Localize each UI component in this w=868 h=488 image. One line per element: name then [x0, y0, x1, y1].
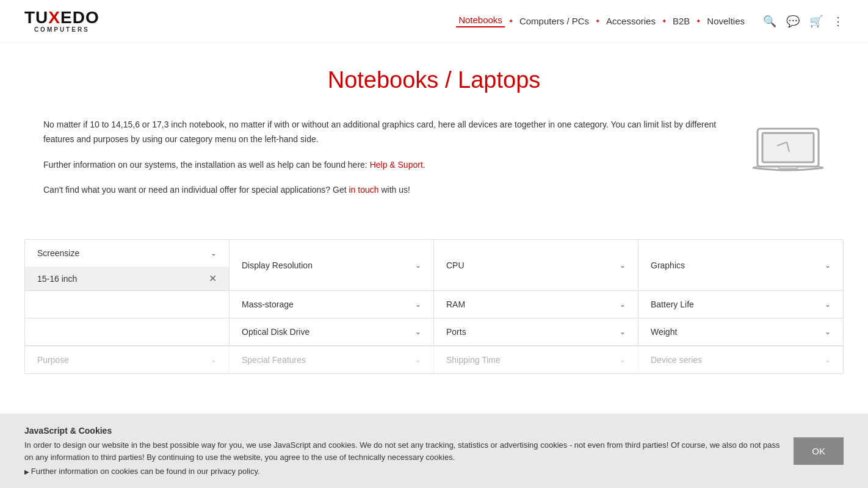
optical-disk-chevron: ⌄	[415, 328, 421, 336]
graphics-chevron: ⌄	[825, 261, 831, 270]
cpu-chevron: ⌄	[620, 261, 626, 270]
shipping-time-dropdown[interactable]: Shipping Time ⌄	[434, 346, 638, 373]
battery-life-label: Battery Life	[651, 300, 694, 309]
nav-dot-4: ✦	[696, 18, 701, 24]
menu-icon[interactable]: ⋮	[833, 15, 844, 28]
main-nav: Notebooks ✦ Computers / PCs ✦ Accessorie…	[456, 15, 844, 28]
battery-life-chevron: ⌄	[825, 300, 831, 309]
cart-icon[interactable]: 🛒	[809, 15, 823, 28]
main-content: Notebooks / Laptops No matter if 10 to 1…	[19, 43, 849, 209]
filter-row-1: Screensize ⌄ 15-16 inch ✕ Display Resolu…	[25, 240, 843, 291]
help-link[interactable]: Help & Suport	[370, 160, 423, 170]
screensize-selected: 15-16 inch ✕	[25, 267, 230, 290]
search-icon[interactable]: 🔍	[763, 15, 776, 28]
desc-para-1: No matter if 10 to 14,15,6 or 17,3 inch …	[43, 118, 739, 147]
nav-b2b[interactable]: B2B	[670, 16, 692, 26]
weight-chevron: ⌄	[825, 328, 831, 336]
display-resolution-dropdown[interactable]: Display Resolution ⌄	[230, 240, 434, 290]
special-features-label: Special Features	[242, 355, 306, 365]
nav-dot-2: ✦	[595, 18, 600, 24]
device-series-label: Device series	[651, 355, 702, 365]
svg-rect-6	[779, 167, 797, 169]
filter-section: Screensize ⌄ 15-16 inch ✕ Display Resolu…	[24, 239, 844, 374]
hero-section: No matter if 10 to 14,15,6 or 17,3 inch …	[43, 118, 825, 209]
description: No matter if 10 to 14,15,6 or 17,3 inch …	[43, 118, 739, 209]
optical-disk-label: Optical Disk Drive	[242, 327, 309, 337]
ram-dropdown[interactable]: RAM ⌄	[434, 291, 638, 318]
logo-text: TUXEDO	[24, 9, 99, 26]
device-series-chevron: ⌄	[825, 356, 831, 364]
cpu-dropdown[interactable]: CPU ⌄	[434, 240, 638, 290]
weight-dropdown[interactable]: Weight ⌄	[638, 318, 843, 345]
filter-row-3: Optical Disk Drive ⌄ Ports ⌄ Weight ⌄	[25, 318, 843, 346]
special-features-dropdown[interactable]: Special Features ⌄	[230, 346, 434, 373]
laptop-illustration	[751, 124, 825, 181]
logo-subtext: COMPUTERS	[34, 26, 90, 33]
screensize-empty	[25, 291, 230, 318]
chat-icon[interactable]: 💬	[786, 15, 800, 28]
header: TUXEDO COMPUTERS Notebooks ✦ Computers /…	[0, 0, 868, 43]
ram-label: RAM	[446, 300, 465, 309]
contact-link[interactable]: in touch	[349, 185, 379, 195]
screensize-label: Screensize	[37, 248, 79, 258]
page-title: Notebooks / Laptops	[43, 67, 825, 93]
mass-storage-chevron: ⌄	[415, 300, 421, 309]
ports-dropdown[interactable]: Ports ⌄	[434, 318, 638, 345]
screensize-clear[interactable]: ✕	[209, 273, 217, 284]
device-series-dropdown[interactable]: Device series ⌄	[638, 346, 843, 373]
logo[interactable]: TUXEDO COMPUTERS	[24, 9, 99, 33]
screensize-chevron: ⌄	[211, 249, 217, 257]
nav-novelties[interactable]: Novelties	[704, 16, 747, 26]
screensize-empty-2	[25, 318, 230, 345]
screensize-dropdown[interactable]: Screensize ⌄	[25, 240, 230, 267]
optical-disk-dropdown[interactable]: Optical Disk Drive ⌄	[230, 318, 434, 345]
purpose-dropdown[interactable]: Purpose ⌄	[25, 346, 230, 373]
nav-icons: 🔍 💬 🛒 ⋮	[763, 15, 844, 28]
special-features-chevron: ⌄	[415, 356, 421, 364]
desc-contact-text: Can't find what you want or need an indi…	[43, 185, 349, 195]
filter-row-2: Mass-storage ⌄ RAM ⌄ Battery Life ⌄	[25, 291, 843, 318]
nav-dot-1: ✦	[508, 18, 513, 24]
shipping-time-chevron: ⌄	[620, 356, 626, 364]
desc-help-text: Further information on our systems, the …	[43, 160, 370, 170]
ports-label: Ports	[446, 327, 466, 337]
desc-para-2: Further information on our systems, the …	[43, 158, 739, 173]
mass-storage-dropdown[interactable]: Mass-storage ⌄	[230, 291, 434, 318]
filter-row-4: Purpose ⌄ Special Features ⌄ Shipping Ti…	[25, 346, 843, 373]
battery-life-dropdown[interactable]: Battery Life ⌄	[638, 291, 843, 318]
filter-col-screensize: Screensize ⌄ 15-16 inch ✕	[25, 240, 230, 290]
purpose-label: Purpose	[37, 355, 69, 365]
desc-contact-end: with us!	[381, 185, 410, 195]
display-resolution-label: Display Resolution	[242, 260, 313, 270]
ram-chevron: ⌄	[620, 300, 626, 309]
nav-notebooks[interactable]: Notebooks	[456, 15, 505, 27]
ports-chevron: ⌄	[620, 328, 626, 336]
weight-label: Weight	[651, 327, 677, 337]
graphics-label: Graphics	[651, 260, 685, 270]
cpu-label: CPU	[446, 260, 465, 270]
graphics-dropdown[interactable]: Graphics ⌄	[638, 240, 843, 290]
purpose-chevron: ⌄	[211, 356, 217, 364]
desc-para-3: Can't find what you want or need an indi…	[43, 183, 739, 198]
shipping-time-label: Shipping Time	[446, 355, 501, 365]
nav-dot-3: ✦	[662, 18, 667, 24]
nav-accessories[interactable]: Accessories	[604, 16, 658, 26]
nav-computers[interactable]: Computers / PCs	[517, 16, 591, 26]
mass-storage-label: Mass-storage	[242, 300, 294, 309]
display-resolution-chevron: ⌄	[415, 261, 421, 270]
screensize-value: 15-16 inch	[37, 274, 77, 284]
